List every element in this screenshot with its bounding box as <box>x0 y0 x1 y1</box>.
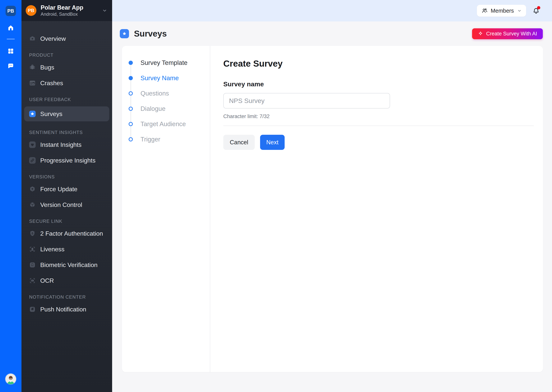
page-content: Surveys Create Survey With AI Survey Tem… <box>112 21 552 392</box>
nav-section-label: PRODUCT <box>22 52 112 58</box>
survey-name-input[interactable] <box>223 93 390 109</box>
sidebar-item-label: Biometric Verification <box>40 261 98 269</box>
nav-section-label: USER FEEDBACK <box>22 97 112 102</box>
members-button-label: Members <box>491 8 514 14</box>
step-dot <box>129 76 133 80</box>
overview-icon <box>29 35 36 42</box>
survey-stepper: Survey TemplateSurvey NameQuestionsDialo… <box>122 46 210 372</box>
step-label: Questions <box>140 90 169 97</box>
step-trigger[interactable]: Trigger <box>129 132 210 147</box>
sidebar-item-label: Overview <box>40 35 66 42</box>
step-survey-template[interactable]: Survey Template <box>129 55 210 70</box>
sidebar-item-overview[interactable]: Overview <box>22 33 109 44</box>
step-label: Dialogue <box>140 105 165 112</box>
create-survey-card: Survey TemplateSurvey NameQuestionsDialo… <box>122 46 543 372</box>
step-questions[interactable]: Questions <box>129 86 210 101</box>
step-label: Survey Template <box>140 59 188 66</box>
shield-lock-icon <box>29 230 36 237</box>
link-icon <box>29 157 36 164</box>
app-avatar: PB <box>26 5 36 16</box>
sidebar-item-push-notification[interactable]: Push Notification <box>22 304 109 315</box>
heart-icon <box>29 141 36 148</box>
fingerprint-icon <box>29 262 36 268</box>
sidebar-item-surveys[interactable]: Surveys <box>24 106 109 121</box>
create-survey-ai-button[interactable]: Create Survey With AI <box>472 28 543 39</box>
topbar: Members <box>112 0 552 21</box>
sidebar-item-crashes[interactable]: Crashes <box>22 78 109 88</box>
app-switcher[interactable]: PB Polar Bear App Android, SandBox <box>22 0 112 21</box>
sidebar-item-label: Liveness <box>40 246 64 253</box>
step-label: Trigger <box>140 136 160 143</box>
step-dot <box>129 137 133 141</box>
grid-icon[interactable] <box>7 48 14 54</box>
step-target-audience[interactable]: Target Audience <box>129 116 210 132</box>
step-label: Survey Name <box>140 74 179 82</box>
workspace-logo[interactable]: PB <box>6 6 16 16</box>
create-survey-ai-label: Create Survey With AI <box>486 31 537 37</box>
main-area: Members Surveys Create Survey With AI <box>112 0 552 392</box>
app-rail: PB <box>0 0 22 392</box>
step-dot <box>129 91 133 96</box>
character-limit-text: Character limit: 7/32 <box>223 113 534 119</box>
force-update-icon <box>29 186 36 192</box>
face-scan-icon <box>29 246 36 252</box>
nav-section-label: SENTIMENT INSIGHTS <box>22 130 112 135</box>
create-survey-form: Create Survey Survey name Character limi… <box>210 46 543 372</box>
app-name: Polar Bear App <box>41 4 102 11</box>
notification-dot <box>537 6 540 9</box>
sidebar-item-label: Version Control <box>40 201 82 209</box>
sidebar-item-label: Bugs <box>40 64 54 71</box>
app-switcher-text: Polar Bear App Android, SandBox <box>41 4 102 17</box>
sidebar-item-ocr[interactable]: OCR <box>22 275 109 286</box>
step-dot <box>129 122 133 126</box>
chevron-down-icon[interactable] <box>102 8 107 13</box>
push-bell-icon <box>29 306 36 313</box>
sparkle-icon <box>478 31 483 36</box>
sidebar-item-label: Force Update <box>40 186 77 193</box>
version-control-icon <box>29 202 36 208</box>
sidebar-item-progressive-insights[interactable]: Progressive Insights <box>22 155 109 166</box>
sidebar-item-label: 2 Factor Authentication <box>40 230 103 237</box>
surveys-star-icon <box>120 29 129 38</box>
sidebar-item-version-control[interactable]: Version Control <box>22 199 109 210</box>
nav-section-label: SECURE LINK <box>22 219 112 224</box>
sidebar-item-force-update[interactable]: Force Update <box>22 184 109 195</box>
members-icon <box>481 8 488 14</box>
sidebar-item-bugs[interactable]: Bugs <box>22 62 109 73</box>
notifications-bell-icon[interactable] <box>533 7 539 14</box>
next-button[interactable]: Next <box>260 135 285 150</box>
app-meta: Android, SandBox <box>41 11 102 17</box>
form-heading: Create Survey <box>223 58 534 69</box>
step-survey-name[interactable]: Survey Name <box>129 70 210 86</box>
step-dot <box>129 61 133 65</box>
cancel-button[interactable]: Cancel <box>223 135 255 150</box>
sidebar-item-label: Instant Insights <box>40 141 81 148</box>
chat-icon[interactable] <box>7 63 14 69</box>
step-label: Target Audience <box>140 120 186 128</box>
step-dialogue[interactable]: Dialogue <box>129 101 210 116</box>
sidebar-item-biometric-verification[interactable]: Biometric Verification <box>22 259 109 270</box>
user-avatar[interactable] <box>5 374 16 384</box>
sidebar-item-label: Push Notification <box>40 306 86 313</box>
stepper-list: Survey TemplateSurvey NameQuestionsDialo… <box>129 55 210 147</box>
home-icon[interactable] <box>7 25 14 31</box>
sidebar-item-label: Crashes <box>40 80 63 87</box>
survey-name-label: Survey name <box>223 80 534 88</box>
bug-icon <box>29 64 36 71</box>
sidebar-item-label: OCR <box>40 277 54 284</box>
crashes-icon <box>29 80 36 86</box>
sidebar-item-instant-insights[interactable]: Instant Insights <box>22 139 109 150</box>
form-divider <box>223 126 534 126</box>
members-button[interactable]: Members <box>477 5 526 17</box>
page-header: Surveys Create Survey With AI <box>112 21 552 46</box>
sidebar: PB Polar Bear App Android, SandBox Overv… <box>22 0 112 392</box>
nav-section-label: VERSIONS <box>22 174 112 180</box>
page-title: Surveys <box>134 29 167 38</box>
rail-divider <box>7 39 15 39</box>
form-actions: Cancel Next <box>223 135 534 150</box>
sidebar-item-liveness[interactable]: Liveness <box>22 244 109 255</box>
sidebar-item-2-factor-authentication[interactable]: 2 Factor Authentication <box>22 228 109 239</box>
step-dot <box>129 107 133 111</box>
nav-section-label: NOTIFICATION CENTER <box>22 294 112 300</box>
sidebar-nav: OverviewPRODUCTBugsCrashesUSER FEEDBACKS… <box>22 21 112 320</box>
